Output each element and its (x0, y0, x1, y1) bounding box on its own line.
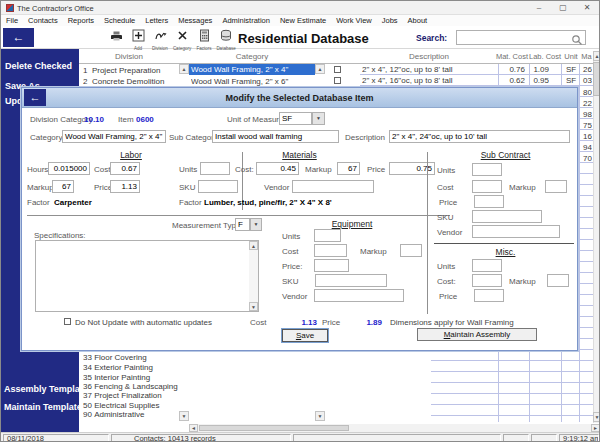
add-toolbar-button[interactable]: Add (129, 28, 147, 51)
search-label: Search: (416, 33, 447, 43)
column-header-mat-cost[interactable]: Mat. Cost (495, 52, 529, 62)
measurement-type-dropdown-icon[interactable]: ▼ (250, 218, 262, 231)
textarea-scrollbar[interactable] (249, 250, 258, 302)
column-header-markup[interactable]: Ma (580, 52, 593, 62)
materials-price-input[interactable]: 0.75 (389, 162, 435, 175)
row-checkbox[interactable] (334, 66, 341, 73)
measurement-type-select[interactable]: F (235, 218, 250, 231)
database-toolbar-button[interactable]: Database (217, 28, 235, 51)
scroll-down-icon[interactable]: ▼ (593, 412, 600, 422)
menu-item-new-estimate[interactable]: New Estimate (280, 16, 326, 25)
division-toolbar-button[interactable]: Division (151, 28, 169, 51)
menu-item-letters[interactable]: Letters (145, 16, 168, 25)
category-toolbar-button[interactable]: Category (173, 28, 191, 51)
materials-cost-input[interactable]: 0.45 (256, 162, 299, 175)
labor-hours-input[interactable]: 0.015000 (48, 162, 90, 175)
materials-vendor-input[interactable] (292, 180, 374, 193)
menu-item-file[interactable]: File (6, 16, 18, 25)
scroll-up-icon[interactable]: ▲ (593, 51, 600, 61)
division-scroll-down-icon[interactable]: ▼ (179, 411, 189, 421)
category-row-selected[interactable]: Wood Wall Framing, 2" x 4" (189, 64, 315, 75)
sub-contract-cost-input[interactable] (472, 180, 502, 193)
division-row[interactable]: 90 Administrative (83, 410, 181, 420)
menu-item-messages[interactable]: Messages (178, 16, 212, 25)
materials-markup-input[interactable]: 67 (337, 162, 360, 175)
minimize-button[interactable]: – (527, 2, 551, 14)
category-scroll-up-icon[interactable]: ▲ (315, 64, 325, 74)
menu-item-about[interactable]: About (408, 16, 428, 25)
horizontal-scrollbar-thumb[interactable] (199, 425, 349, 431)
print-toolbar-button[interactable] (107, 28, 125, 51)
menu-item-administration[interactable]: Administration (222, 16, 270, 25)
dialog-back-button[interactable]: ← (24, 89, 46, 106)
division-row[interactable]: 2 Concrete Demolition (83, 77, 178, 87)
menu-item-reports[interactable]: Reports (68, 16, 94, 25)
labor-markup-input[interactable]: 67 (52, 180, 74, 193)
maximize-button[interactable]: ▢ (551, 2, 575, 14)
textarea-scroll-up-icon[interactable]: ▲ (249, 241, 258, 250)
do-not-update-checkbox[interactable] (64, 318, 71, 325)
equipment-units-input[interactable] (314, 229, 341, 242)
unit-of-measure-dropdown-icon[interactable]: ▼ (312, 112, 325, 125)
division-scroll-up-icon[interactable]: ▲ (179, 64, 189, 74)
division-row[interactable]: 1 Project Preparation (83, 66, 178, 76)
division-row[interactable]: 34 Exterior Painting (83, 363, 178, 373)
unit-of-measure-select[interactable]: SF (279, 112, 312, 125)
menu-item-contacts[interactable]: Contacts (28, 16, 58, 25)
category-scroll-down-icon[interactable]: ▼ (315, 411, 325, 421)
equipment-markup-input[interactable] (400, 244, 422, 257)
materials-units-input[interactable] (200, 162, 230, 175)
materials-vendor-label: Vendor (264, 183, 289, 192)
factors-toolbar-button[interactable]: Factors (195, 28, 213, 51)
labor-price-input[interactable]: 1.13 (110, 180, 140, 193)
row-checkbox[interactable] (334, 77, 341, 84)
vertical-scrollbar[interactable] (593, 51, 600, 423)
sidebar-item-assembly-templates[interactable]: Assembly Templates (4, 384, 93, 394)
sub-contract-markup-input[interactable] (545, 180, 567, 193)
misc-units-input[interactable] (472, 259, 502, 272)
sub-category-input[interactable]: Install wood wall framing (212, 130, 339, 143)
menu-item-schedule[interactable]: Schedule (104, 16, 135, 25)
labor-cost-input[interactable]: 0.67 (110, 162, 140, 175)
status-cell (531, 434, 557, 442)
equipment-cost-input[interactable] (314, 244, 347, 257)
column-header-unit[interactable]: Unit (561, 52, 581, 62)
menu-item-work-view[interactable]: Work View (336, 16, 372, 25)
category-row[interactable]: Wood Wall Framing, 2" x 6" (191, 77, 315, 87)
division-row[interactable]: 33 Floor Covering (83, 353, 178, 363)
misc-markup-input[interactable] (547, 274, 569, 287)
sub-contract-sku-input[interactable] (472, 210, 542, 223)
close-button[interactable]: ✕ (575, 2, 599, 14)
search-input[interactable] (456, 30, 586, 45)
column-header-lab-cost[interactable]: Lab. Cost (529, 52, 561, 62)
equipment-price-input[interactable] (314, 259, 349, 272)
maintain-assembly-button[interactable]: Maintain Assembly (417, 328, 537, 341)
sub-contract-units-input[interactable] (472, 163, 502, 176)
equipment-sku-input[interactable] (315, 274, 387, 287)
sidebar-item-delete-checked[interactable]: Delete Checked (5, 61, 72, 71)
category-icon (176, 28, 189, 46)
sub-contract-vendor-input[interactable] (472, 225, 560, 238)
misc-cost-input[interactable] (472, 274, 502, 287)
category-input[interactable]: Wood Wall Framing, 2" x 4" (62, 130, 166, 143)
menu-item-jobs[interactable]: Jobs (382, 16, 398, 25)
equipment-units-label: Units (282, 232, 300, 241)
specifications-textarea[interactable]: ▲ ▼ (35, 240, 259, 312)
scroll-left-icon[interactable]: ◄ (189, 424, 198, 432)
scroll-right-icon[interactable]: ► (591, 424, 600, 432)
materials-sku-input[interactable] (198, 180, 238, 193)
misc-price-input[interactable] (474, 289, 504, 302)
column-header-description[interactable]: Description (360, 52, 498, 62)
sub-contract-units-label: Units (437, 166, 455, 175)
sub-contract-price-input[interactable] (474, 195, 504, 208)
sidebar-item-maintain-templates[interactable]: Maintain Templates (4, 402, 87, 412)
textarea-scroll-down-icon[interactable]: ▼ (249, 302, 258, 311)
column-header-division[interactable]: Division (79, 52, 179, 62)
save-button[interactable]: Save (282, 329, 328, 342)
description-input[interactable]: 2" x 4", 24"oc, up to 10' tall (389, 130, 570, 143)
vertical-scrollbar-thumb[interactable] (593, 62, 600, 96)
division-row[interactable]: 37 Project Finalization (83, 391, 181, 401)
back-button[interactable]: ← (3, 28, 34, 47)
column-header-category[interactable]: Category (189, 52, 315, 62)
equipment-vendor-input[interactable] (314, 289, 404, 302)
